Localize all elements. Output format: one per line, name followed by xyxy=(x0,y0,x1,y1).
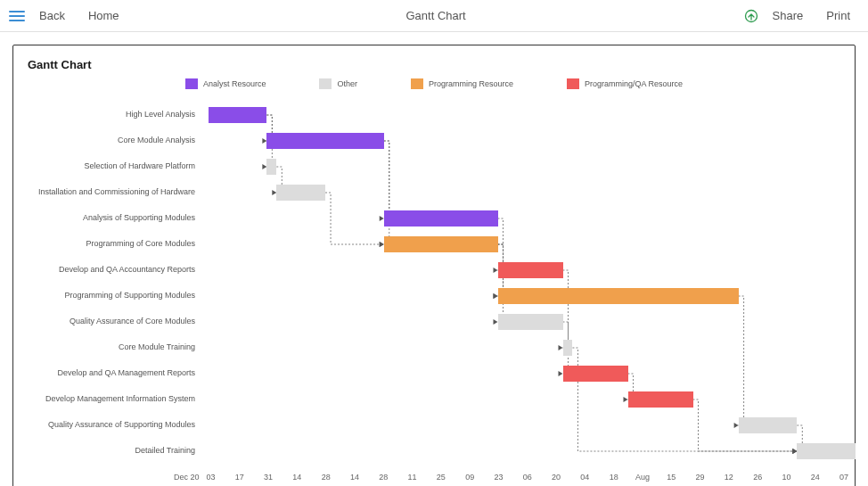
x-tick: 17 xyxy=(235,473,244,482)
legend-item[interactable]: Other xyxy=(319,78,357,89)
legend-label: Analyst Resource xyxy=(203,79,266,88)
task-label: Quality Assurance of Supporting Modules xyxy=(22,421,201,430)
task-label: Develop and QA Accountancy Reports xyxy=(22,266,201,275)
gantt-row: Develop and QA Management Reports xyxy=(22,366,837,382)
x-left-label: Dec 20 xyxy=(174,473,200,482)
x-tick: 12 xyxy=(725,473,733,482)
task-bar[interactable] xyxy=(498,288,739,304)
task-label: Develop Management Information System xyxy=(22,395,201,404)
task-bar[interactable] xyxy=(498,262,563,278)
legend-swatch xyxy=(567,78,579,89)
x-tick: 24 xyxy=(811,473,820,482)
task-bar[interactable] xyxy=(563,366,628,382)
task-label: Programming of Core Modules xyxy=(22,240,201,249)
gantt-row: Quality Assurance of Supporting Modules xyxy=(22,417,837,433)
x-tick: 11 xyxy=(408,473,417,482)
x-tick: 26 xyxy=(753,473,762,482)
gantt-row: Develop and QA Accountancy Reports xyxy=(22,262,837,278)
share-icon[interactable] xyxy=(744,9,758,23)
legend-label: Other xyxy=(337,79,357,88)
legend-swatch xyxy=(319,78,332,89)
legend: Analyst ResourceOtherProgramming Resourc… xyxy=(22,78,846,89)
x-tick: 18 xyxy=(610,473,618,482)
task-label: Selection of Hardware Platform xyxy=(22,162,201,171)
x-tick: 03 xyxy=(206,473,215,482)
gantt-row: Installation and Commissioning of Hardwa… xyxy=(22,185,837,201)
x-tick: 29 xyxy=(696,473,705,482)
legend-swatch xyxy=(185,78,198,89)
chart-title: Gantt Chart xyxy=(22,58,846,71)
x-tick: 31 xyxy=(264,473,273,482)
topbar: Back Home Gantt Chart Share Print xyxy=(0,0,868,32)
share-button[interactable]: Share xyxy=(764,5,813,26)
gantt-row: Detailed Training xyxy=(22,443,837,459)
gantt-row: Analysis of Supporting Modules xyxy=(22,210,837,227)
task-label: Analysis of Supporting Modules xyxy=(22,214,201,223)
x-tick: 06 xyxy=(523,473,532,482)
task-label: Develop and QA Management Reports xyxy=(22,369,201,378)
gantt-row: Develop Management Information System xyxy=(22,391,837,408)
gantt-row: Quality Assurance of Core Modules xyxy=(22,314,837,330)
task-bar[interactable] xyxy=(628,391,693,408)
legend-item[interactable]: Analyst Resource xyxy=(185,78,266,89)
task-bar[interactable] xyxy=(498,314,563,330)
task-label: Detailed Training xyxy=(22,447,201,456)
x-tick: 28 xyxy=(322,473,331,482)
legend-item[interactable]: Programming Resource xyxy=(411,78,513,89)
gantt-row: Core Module Analysis xyxy=(22,133,837,149)
legend-label: Programming/QA Resource xyxy=(585,79,683,88)
page-title: Gantt Chart xyxy=(134,9,739,22)
task-bar[interactable] xyxy=(209,107,267,123)
x-tick: 15 xyxy=(667,473,676,482)
task-bar[interactable] xyxy=(739,417,798,433)
gantt-row: Selection of Hardware Platform xyxy=(22,159,837,175)
gantt-row: Programming of Supporting Modules xyxy=(22,288,837,304)
task-bar[interactable] xyxy=(563,340,573,356)
task-bar[interactable] xyxy=(266,159,276,175)
x-tick: 07 xyxy=(839,473,848,482)
task-label: Core Module Analysis xyxy=(22,136,201,145)
x-tick: 28 xyxy=(379,473,388,482)
menu-icon[interactable] xyxy=(9,8,25,24)
task-label: High Level Analysis xyxy=(22,111,201,119)
x-tick: 20 xyxy=(552,473,561,482)
task-label: Installation and Commissioning of Hardwa… xyxy=(22,188,201,197)
legend-swatch xyxy=(411,78,423,89)
task-bar[interactable] xyxy=(384,210,498,227)
home-button[interactable]: Home xyxy=(79,5,128,26)
x-tick: 10 xyxy=(782,473,790,482)
print-button[interactable]: Print xyxy=(817,5,859,26)
x-axis: Dec 20031731142814281125092306200418Aug1… xyxy=(205,473,837,485)
x-tick: 25 xyxy=(437,473,446,482)
x-tick: 14 xyxy=(350,473,359,482)
gantt-row: Core Module Training xyxy=(22,340,837,356)
task-bar[interactable] xyxy=(266,133,383,149)
legend-item[interactable]: Programming/QA Resource xyxy=(567,78,683,89)
chart-card: Gantt Chart Analyst ResourceOtherProgram… xyxy=(12,45,856,486)
task-bar[interactable] xyxy=(797,443,856,459)
gantt-area: Dec 20031731142814281125092306200418Aug1… xyxy=(22,100,846,486)
task-label: Core Module Training xyxy=(22,343,201,352)
x-tick: Aug xyxy=(635,473,650,482)
gantt-row: Programming of Core Modules xyxy=(22,236,837,252)
task-bar[interactable] xyxy=(276,185,325,201)
x-tick: 14 xyxy=(292,473,301,482)
back-button[interactable]: Back xyxy=(30,5,74,26)
task-label: Quality Assurance of Core Modules xyxy=(22,317,201,326)
task-label: Programming of Supporting Modules xyxy=(22,292,201,301)
x-tick: 04 xyxy=(580,473,589,482)
task-bar[interactable] xyxy=(384,236,498,252)
gantt-row: High Level Analysis xyxy=(22,107,837,123)
legend-label: Programming Resource xyxy=(429,79,513,88)
x-tick: 23 xyxy=(494,473,503,482)
x-tick: 09 xyxy=(465,473,474,482)
